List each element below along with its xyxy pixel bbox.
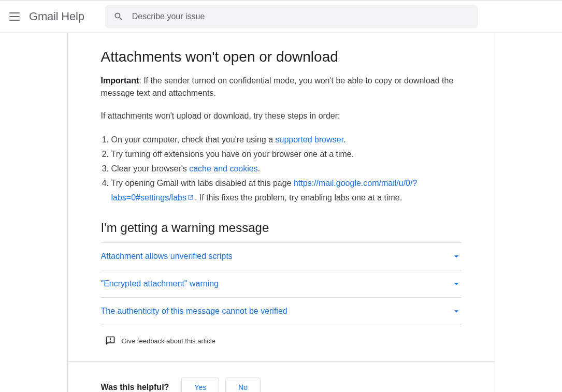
chevron-down-icon bbox=[451, 306, 462, 316]
list-item: On your computer, check that you're usin… bbox=[111, 133, 462, 147]
accordion: Attachment allows unverified scripts "En… bbox=[101, 242, 462, 325]
important-text: : If the sender turned on confidential m… bbox=[101, 76, 454, 97]
feedback-link[interactable]: Give feedback about this article bbox=[101, 325, 462, 356]
helpful-label: Was this helpful? bbox=[101, 383, 169, 392]
accordion-item-unverified-scripts[interactable]: Attachment allows unverified scripts bbox=[101, 243, 462, 270]
list-item: Clear your browser's cache and cookies. bbox=[111, 162, 462, 176]
hamburger-menu-icon[interactable] bbox=[8, 10, 21, 23]
no-button[interactable]: No bbox=[225, 378, 261, 392]
important-note: Important: If the sender turned on confi… bbox=[101, 75, 462, 99]
external-link-icon bbox=[188, 191, 194, 197]
accordion-title: Attachment allows unverified scripts bbox=[101, 252, 233, 261]
article-content: Attachments won't open or download Impor… bbox=[68, 33, 495, 356]
brand-title[interactable]: Gmail Help bbox=[29, 10, 84, 23]
search-input[interactable] bbox=[132, 12, 470, 21]
chevron-down-icon bbox=[451, 279, 462, 289]
accordion-item-authenticity[interactable]: The authenticity of this message cannot … bbox=[101, 298, 462, 325]
intro-text: If attachments won't upload or download,… bbox=[101, 110, 462, 122]
search-icon bbox=[113, 11, 124, 22]
helpful-section: Was this helpful? Yes No bbox=[68, 361, 495, 392]
supported-browser-link[interactable]: supported browser bbox=[276, 135, 344, 144]
list-item: Try turning off extensions you have on y… bbox=[111, 147, 462, 162]
chevron-down-icon bbox=[451, 251, 462, 262]
feedback-text: Give feedback about this article bbox=[122, 337, 215, 345]
yes-button[interactable]: Yes bbox=[181, 378, 219, 392]
list-item: Try opening Gmail with labs disabled at … bbox=[111, 176, 462, 205]
steps-list: On your computer, check that you're usin… bbox=[101, 133, 462, 205]
important-label: Important bbox=[101, 76, 139, 85]
helpful-buttons: Yes No bbox=[181, 378, 261, 392]
search-container[interactable] bbox=[105, 5, 478, 28]
header-bar: Gmail Help bbox=[0, 0, 562, 33]
accordion-title: The authenticity of this message cannot … bbox=[101, 307, 287, 316]
section-heading: Attachments won't open or download bbox=[101, 49, 462, 65]
cache-cookies-link[interactable]: cache and cookies bbox=[189, 164, 258, 173]
accordion-title: "Encrypted attachment" warning bbox=[101, 279, 219, 288]
feedback-icon bbox=[105, 336, 116, 346]
warning-section-heading: I'm getting a warning message bbox=[101, 221, 462, 235]
accordion-item-encrypted-warning[interactable]: "Encrypted attachment" warning bbox=[101, 270, 462, 298]
